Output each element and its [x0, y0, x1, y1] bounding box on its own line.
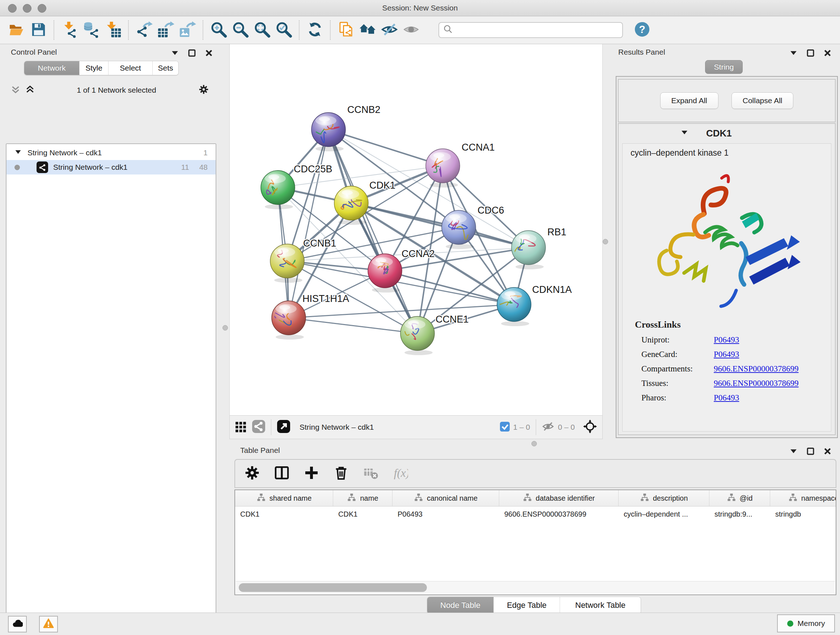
search-input[interactable] — [454, 26, 619, 35]
zoom-out-button[interactable] — [229, 19, 251, 41]
fit-selected-crosshair-icon[interactable] — [583, 419, 597, 435]
collapse-all-button[interactable]: Collapse All — [731, 92, 794, 109]
column-header--id[interactable]: @id — [709, 490, 770, 506]
column-header-database-identifier[interactable]: database identifier — [499, 490, 619, 506]
expand-all-button[interactable]: Expand All — [660, 92, 718, 109]
crosslinks-list: Uniprot: P06493GeneCard: P06493Compartme… — [622, 335, 831, 402]
table-panel-float-icon[interactable] — [806, 447, 815, 457]
table-scrollbar-thumb[interactable] — [239, 583, 427, 592]
network-node-CCNB1[interactable]: CCNB1 — [270, 238, 336, 283]
gene-section-collapse-icon[interactable] — [680, 128, 689, 138]
tab-node-table[interactable]: Node Table — [427, 597, 493, 614]
table-panel-collapse-icon[interactable] — [789, 447, 798, 457]
birds-eye-view-icon[interactable] — [235, 420, 247, 434]
refresh-view-button[interactable] — [304, 19, 325, 41]
right-splitter-handle[interactable] — [603, 239, 608, 244]
crosslink-label: GeneCard: — [641, 350, 714, 359]
columns-button[interactable] — [274, 465, 289, 482]
collection-count: 1 — [203, 149, 208, 157]
crosslink-label: Compartments: — [641, 364, 714, 374]
home-views-button[interactable] — [357, 19, 378, 41]
import-database-button[interactable] — [80, 19, 102, 41]
column-header-name[interactable]: name — [333, 490, 393, 506]
tree-expand-icon[interactable] — [14, 149, 22, 157]
import-table-button[interactable] — [102, 19, 124, 41]
node-label-CDK1: CDK1 — [369, 180, 395, 191]
title-bar: Session: New Session — [0, 0, 840, 16]
crosslink-link[interactable]: 9606.ENSP00000378699 — [714, 379, 799, 388]
selected-nodes-checkbox-icon[interactable] — [500, 422, 510, 433]
network-node-CDKN1A[interactable]: CDKN1A — [497, 284, 572, 326]
column-header-description[interactable]: description — [619, 490, 709, 506]
clone-network-icon — [338, 21, 355, 40]
tab-sets[interactable]: Sets — [152, 61, 178, 75]
open-session-icon — [8, 21, 25, 40]
control-panel-close-icon[interactable] — [204, 49, 213, 59]
network-node-CDK1[interactable]: CDK1 — [334, 180, 395, 225]
network-tree-row[interactable]: String Network – cdk1 11 48 — [6, 160, 216, 174]
tab-select[interactable]: Select — [108, 61, 152, 75]
results-tab-string[interactable]: String — [705, 60, 743, 74]
open-in-window-icon[interactable] — [277, 420, 290, 434]
table-panel-close-icon[interactable] — [823, 447, 832, 457]
network-node-RB1[interactable]: RB1 — [512, 226, 567, 269]
warning-icon — [43, 618, 54, 630]
string-style-toggle-icon[interactable] — [252, 420, 265, 434]
add-button[interactable] — [304, 465, 319, 482]
table-delete-button[interactable] — [363, 465, 378, 482]
network-tree-row[interactable]: String Network – cdk1 1 — [6, 146, 216, 160]
tab-style[interactable]: Style — [79, 61, 108, 75]
node-label-CCNA2: CCNA2 — [401, 249, 435, 259]
crosslink-link[interactable]: 9606.ENSP00000378699 — [714, 364, 799, 374]
network-node-CCNB2[interactable]: CCNB2 — [311, 104, 381, 151]
zoom-in-button[interactable] — [208, 19, 229, 41]
tab-network[interactable]: Network — [24, 61, 79, 75]
results-panel-float-icon[interactable] — [806, 49, 815, 59]
table-cell: P06493 — [393, 510, 499, 518]
network-tree: String Network – cdk1 1 String Network –… — [6, 143, 216, 635]
crosslink-link[interactable]: P06493 — [714, 350, 739, 359]
network-collection-label: String Network – cdk1 — [27, 149, 102, 157]
cloud-status-button[interactable] — [8, 616, 27, 632]
trash-button[interactable] — [333, 465, 349, 482]
fx-button[interactable]: f(x) — [393, 465, 408, 482]
collapse-all-networks-icon[interactable] — [11, 85, 20, 96]
open-session-button[interactable] — [6, 19, 27, 41]
import-network-button[interactable] — [58, 19, 80, 41]
export-image-button[interactable] — [177, 19, 198, 41]
help-button[interactable]: ? — [634, 21, 651, 39]
gear-button[interactable] — [245, 465, 260, 482]
zoom-selected-button[interactable] — [273, 19, 294, 41]
show-hidden-button[interactable] — [400, 19, 422, 41]
table-row[interactable]: CDK1CDK1P064939606.ENSP00000378699cyclin… — [235, 507, 836, 522]
results-panel-collapse-icon[interactable] — [789, 49, 798, 59]
expand-all-networks-icon[interactable] — [25, 85, 35, 96]
tab-edge-table[interactable]: Edge Table — [493, 597, 560, 614]
crosslink-link[interactable]: P06493 — [714, 335, 739, 345]
hide-selected-button[interactable] — [378, 19, 400, 41]
clone-network-button[interactable] — [335, 19, 357, 41]
memory-button[interactable]: Memory — [777, 614, 835, 632]
export-network-button[interactable] — [133, 19, 155, 41]
left-splitter-handle[interactable] — [223, 325, 228, 331]
tab-network-table[interactable]: Network Table — [560, 597, 641, 614]
network-node-CDC6[interactable]: CDC6 — [442, 205, 504, 249]
zoom-fit-button[interactable] — [251, 19, 273, 41]
crosslink-link[interactable]: P06493 — [714, 393, 739, 402]
control-panel: Control Panel NetworkStyleSelectSets 1 o… — [0, 44, 225, 613]
save-session-button[interactable] — [27, 19, 49, 41]
table-cell: CDK1 — [333, 510, 393, 518]
network-node-CCNA1[interactable]: CCNA1 — [426, 142, 495, 187]
export-table-button[interactable] — [155, 19, 177, 41]
network-canvas[interactable]: CCNB2 CCNA1 CDC25B CDK1 CDC6 RB1 — [229, 44, 603, 415]
results-panel-close-icon[interactable] — [823, 49, 832, 59]
network-options-gear-icon[interactable] — [198, 84, 209, 96]
control-panel-collapse-icon[interactable] — [171, 49, 180, 59]
column-header-canonical-name[interactable]: canonical name — [393, 490, 499, 506]
string-network-graph[interactable]: CCNB2 CCNA1 CDC25B CDK1 CDC6 RB1 — [230, 44, 603, 415]
table-horizontal-scrollbar[interactable] — [236, 581, 835, 594]
control-panel-float-icon[interactable] — [187, 49, 196, 59]
warnings-button[interactable] — [39, 616, 58, 632]
column-header-namespace[interactable]: namespace — [770, 490, 836, 506]
column-header-shared-name[interactable]: shared name — [235, 490, 333, 506]
